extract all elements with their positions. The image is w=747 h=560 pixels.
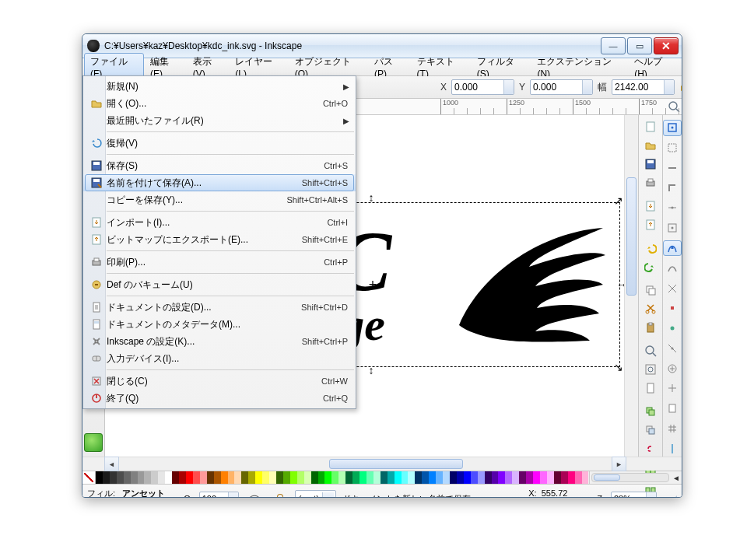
color-swatch[interactable] <box>359 471 366 484</box>
menu-item[interactable]: 新規(N)▶ <box>83 78 356 95</box>
color-swatch[interactable] <box>408 471 415 484</box>
color-swatch[interactable] <box>519 471 526 484</box>
handle-s[interactable]: ↕ <box>366 366 376 375</box>
save-icon[interactable] <box>641 157 660 171</box>
color-swatch[interactable] <box>234 471 241 484</box>
zoom-fit-icon[interactable] <box>641 344 660 358</box>
color-swatch[interactable] <box>429 471 436 484</box>
layer-visible-icon[interactable] <box>245 489 264 498</box>
color-swatch[interactable] <box>464 471 471 484</box>
import-icon[interactable] <box>641 199 660 213</box>
layer-lock-icon[interactable] <box>270 489 289 498</box>
color-swatch[interactable] <box>561 471 568 484</box>
menu-item[interactable]: 復帰(V) <box>83 135 356 152</box>
cut-icon[interactable] <box>641 302 660 316</box>
color-swatch[interactable] <box>172 471 179 484</box>
menu-item[interactable]: ビットマップにエクスポート(E)...Shift+Ctrl+E <box>83 231 356 248</box>
x-input[interactable] <box>451 79 514 95</box>
clone-icon[interactable] <box>641 423 660 437</box>
close-button[interactable]: ✕ <box>654 37 679 54</box>
unlink-clone-icon[interactable] <box>641 442 660 456</box>
menu-item[interactable]: コピーを保存(Y)...Shift+Ctrl+Alt+S <box>83 191 356 208</box>
snap-path-icon[interactable] <box>663 260 682 276</box>
color-swatch[interactable] <box>436 471 443 484</box>
snap-bbox-icon[interactable] <box>663 140 682 156</box>
print-icon[interactable] <box>641 176 660 190</box>
color-swatch[interactable] <box>221 471 228 484</box>
color-swatch[interactable] <box>228 471 235 484</box>
color-swatch[interactable] <box>374 471 381 484</box>
minimize-button[interactable]: ― <box>601 37 626 54</box>
color-swatch[interactable] <box>186 471 193 484</box>
snap-intersection-icon[interactable] <box>663 280 682 296</box>
color-swatch[interactable] <box>366 471 374 484</box>
snap-smooth-node-icon[interactable] <box>663 320 682 337</box>
layer-status-icon[interactable] <box>84 433 103 452</box>
color-swatch[interactable] <box>505 471 512 484</box>
color-swatch[interactable] <box>131 471 138 484</box>
menu-item[interactable]: 印刷(P)...Ctrl+P <box>83 254 356 271</box>
color-swatch[interactable] <box>498 471 505 484</box>
handle-se[interactable]: ↘ <box>614 362 623 372</box>
color-swatch[interactable] <box>151 471 158 484</box>
color-swatch[interactable] <box>103 471 110 484</box>
color-swatch[interactable] <box>422 471 429 484</box>
snap-cusp-node-icon[interactable] <box>663 300 682 317</box>
snap-grid-icon[interactable] <box>663 420 682 436</box>
no-color-swatch[interactable] <box>82 471 96 484</box>
color-swatch[interactable] <box>471 471 478 484</box>
vertical-scrollbar[interactable] <box>624 115 638 457</box>
color-swatch[interactable] <box>533 471 540 484</box>
color-swatch[interactable] <box>324 471 331 484</box>
color-swatch[interactable] <box>144 471 151 484</box>
snap-corner-icon[interactable] <box>663 180 682 196</box>
menu-item[interactable]: ドキュメントのメタデータ(M)... <box>83 316 356 333</box>
handle-n[interactable]: ↕ <box>366 193 376 202</box>
export-icon[interactable] <box>641 218 660 232</box>
menu-item[interactable]: Def のバキューム(U) <box>83 276 356 293</box>
palette-menu-icon[interactable]: ◄ <box>671 471 682 484</box>
color-swatch[interactable] <box>457 471 464 484</box>
color-swatch[interactable] <box>241 471 248 484</box>
new-doc-icon[interactable] <box>641 120 660 134</box>
color-swatch[interactable] <box>248 471 255 484</box>
paste-icon[interactable] <box>641 320 660 334</box>
redo-icon[interactable] <box>641 260 660 274</box>
color-swatch[interactable] <box>200 471 207 484</box>
snap-enable-icon[interactable] <box>663 120 682 136</box>
menu-item[interactable]: Inkscape の設定(K)...Shift+Ctrl+P <box>83 333 356 350</box>
color-swatch[interactable] <box>388 471 395 484</box>
color-swatch[interactable] <box>304 471 311 484</box>
color-swatch[interactable] <box>96 471 103 484</box>
snap-rotation-center-icon[interactable] <box>663 380 682 397</box>
color-swatch[interactable] <box>540 471 547 484</box>
duplicate-icon[interactable] <box>641 404 660 418</box>
handle-e[interactable]: ↔ <box>617 280 624 289</box>
color-swatch[interactable] <box>402 471 409 484</box>
y-input[interactable] <box>530 79 593 95</box>
fill-stroke-indicator[interactable]: フィル: アンセット ストローク: アンセット <box>87 488 177 498</box>
resize-grip[interactable] <box>663 495 677 498</box>
color-swatch[interactable] <box>443 471 450 484</box>
color-swatch[interactable] <box>512 471 519 484</box>
color-swatch[interactable] <box>297 471 304 484</box>
color-swatch[interactable] <box>262 471 269 484</box>
snap-node-icon[interactable] <box>663 240 682 257</box>
color-swatch[interactable] <box>311 471 318 484</box>
menu-item[interactable]: 名前を付けて保存(A)...Shift+Ctrl+S <box>83 174 356 191</box>
hscroll-thumb[interactable] <box>329 459 463 469</box>
color-swatch[interactable] <box>547 471 554 484</box>
hscroll-left[interactable]: ◄ <box>104 457 119 471</box>
color-swatch[interactable] <box>138 471 145 484</box>
color-swatch[interactable] <box>214 471 221 484</box>
snap-edge-midpoint-icon[interactable] <box>663 200 682 216</box>
zoom-input[interactable] <box>611 492 657 498</box>
copy-icon[interactable] <box>641 283 660 297</box>
handle-ne[interactable]: ↗ <box>614 196 623 205</box>
menu-item[interactable]: インポート(I)...Ctrl+I <box>83 214 356 231</box>
color-swatch[interactable] <box>381 471 388 484</box>
snap-line-midpoint-icon[interactable] <box>663 340 682 356</box>
color-swatch[interactable] <box>124 471 131 484</box>
color-swatch[interactable] <box>165 471 172 484</box>
color-swatch[interactable] <box>485 471 492 484</box>
